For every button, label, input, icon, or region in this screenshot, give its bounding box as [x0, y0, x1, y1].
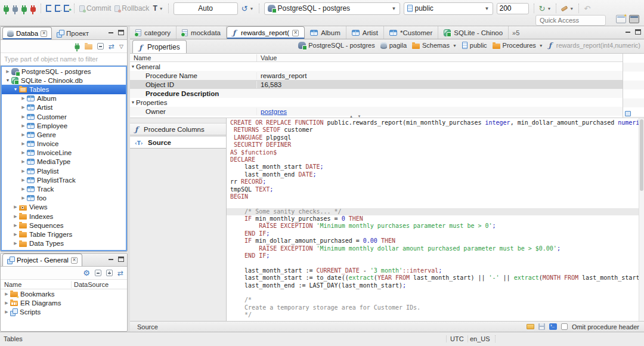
tree-item-views[interactable]: Views	[2, 203, 126, 212]
new-folder-icon[interactable]	[85, 44, 92, 50]
expand-arrow-icon[interactable]	[12, 223, 19, 228]
undo-icon[interactable]: ↶	[584, 5, 590, 13]
rollback-button[interactable]: Rollback	[114, 4, 149, 13]
tab-project-general[interactable]: Project - General	[2, 254, 82, 266]
tree-item-sqlite-chinook-db[interactable]: SQLite - Chinook.db	[2, 76, 126, 85]
tree-item-tables[interactable]: Tables	[2, 85, 126, 94]
tree-item-genre[interactable]: Genre	[2, 130, 126, 139]
connect-icon[interactable]	[13, 7, 18, 12]
reconnect-icon[interactable]	[21, 7, 27, 12]
expand-arrow-icon[interactable]	[20, 187, 27, 191]
chevron-down-icon[interactable]: ▼	[453, 44, 457, 48]
tab-properties[interactable]: Properties	[132, 40, 187, 53]
object-filter-input[interactable]	[1, 53, 127, 65]
close-icon[interactable]	[71, 257, 78, 264]
expand-arrow-icon[interactable]	[20, 132, 27, 137]
expand-arrow-icon[interactable]	[12, 232, 19, 237]
new-connection-icon[interactable]	[75, 45, 79, 49]
view-menu-icon[interactable]: ▽	[119, 44, 123, 50]
project-item-er-diagrams[interactable]: ER Diagrams	[1, 298, 127, 307]
open-perspective-icon[interactable]: ★	[616, 15, 626, 23]
expand-arrow-icon[interactable]	[20, 196, 27, 200]
collapse-arrow-icon[interactable]	[12, 87, 19, 91]
console-icon[interactable]	[549, 323, 557, 330]
connection-select[interactable]: PostgreSQL - postgres ▼	[264, 2, 400, 15]
scrollbar[interactable]	[639, 118, 644, 321]
tree-item-mediatype[interactable]: MediaType	[2, 157, 126, 166]
side-tab-procedure-columns[interactable]: Procedure Columns	[130, 123, 226, 135]
collapse-all-icon[interactable]	[95, 270, 101, 276]
tree-item-customer[interactable]: Customer	[2, 112, 126, 121]
panel-toggle-icon[interactable]	[625, 111, 631, 116]
breadcrumb-item-rewards-report-int4-numeric[interactable]: rewards_report(int4,numeric)	[549, 42, 640, 49]
commit-button[interactable]: Commit	[79, 4, 111, 13]
breadcrumb-item-procedures[interactable]: Procedures▼	[493, 42, 543, 49]
expand-arrow-icon[interactable]	[12, 214, 19, 219]
open-file-icon[interactable]	[527, 324, 534, 329]
transaction-mode-select[interactable]: Auto	[174, 2, 238, 15]
tree-item-artist[interactable]: Artist	[2, 103, 126, 112]
open-sql-script-icon[interactable]: →	[55, 5, 60, 12]
expand-arrow-icon[interactable]	[3, 301, 10, 305]
breadcrumb-item-pagila[interactable]: pagila	[380, 42, 407, 49]
transaction-log-button[interactable]: T ▼	[153, 5, 163, 12]
expand-arrow-icon[interactable]	[3, 292, 10, 296]
property-row-procedure-description[interactable]: Procedure Description	[130, 89, 623, 98]
expand-arrow-icon[interactable]	[12, 205, 19, 209]
expand-arrow-icon[interactable]	[20, 159, 27, 164]
link-editor-icon[interactable]: ⇄	[109, 43, 114, 50]
editor-tab-artist[interactable]: Artist	[346, 26, 384, 39]
quick-access-input[interactable]	[535, 15, 606, 26]
properties-scroll-strip[interactable]	[623, 54, 644, 118]
database-tree[interactable]: PostgreSQL - postgresSQLite - Chinook.db…	[1, 66, 127, 251]
expand-arrow-icon[interactable]	[20, 141, 27, 146]
editor-tab-rewards-report[interactable]: rewards_report(	[227, 26, 305, 39]
owner-link[interactable]: postgres	[261, 108, 287, 115]
erase-button[interactable]: ▼	[561, 7, 574, 11]
gear-icon[interactable]: ⚙	[83, 269, 90, 277]
property-row-procedure-name[interactable]: Procedure Namerewards_report	[130, 71, 623, 80]
editor-tab-category[interactable]: category	[130, 26, 177, 39]
scrollbar-thumb[interactable]	[640, 119, 643, 191]
link-editor-icon[interactable]: ⇄	[117, 270, 123, 277]
schema-select[interactable]: public ▼	[404, 2, 493, 15]
tree-item-track[interactable]: Track	[2, 184, 126, 193]
collapse-arrow-icon[interactable]	[4, 78, 11, 82]
tree-item-data-types[interactable]: Data Types	[2, 239, 126, 248]
maximize-icon[interactable]	[635, 29, 641, 35]
expand-arrow-icon[interactable]	[20, 115, 27, 119]
tree-item-playlist[interactable]: Playlist	[2, 166, 126, 175]
editor-tab-customer[interactable]: *Customer	[384, 26, 438, 39]
disconnect-icon[interactable]	[30, 7, 36, 12]
breadcrumb-item-schemas[interactable]: Schemas▼	[412, 42, 457, 49]
new-sql-editor-icon[interactable]: +	[64, 5, 69, 12]
tree-item-employee[interactable]: Employee	[2, 121, 126, 130]
collapse-all-icon[interactable]	[97, 43, 104, 50]
project-item-bookmarks[interactable]: Bookmarks	[1, 289, 127, 298]
tree-item-postgresql-postgres[interactable]: PostgreSQL - postgres	[2, 67, 126, 76]
chevron-down-icon[interactable]: ▼	[539, 44, 543, 48]
refresh-button[interactable]: ↻ ▼	[539, 5, 552, 13]
expand-arrow-icon[interactable]	[12, 241, 19, 246]
sash-toggle-icon[interactable]	[349, 115, 363, 118]
tree-item-foo[interactable]: foo	[2, 194, 126, 203]
breadcrumb-item-postgresql-postgres[interactable]: PostgreSQL - postgres	[298, 42, 374, 49]
tab-source-bottom[interactable]: Source	[137, 323, 158, 330]
save-icon[interactable]	[538, 323, 545, 330]
tree-item-invoiceline[interactable]: InvoiceLine	[2, 149, 126, 157]
sql-editor-icon[interactable]	[46, 5, 51, 12]
editor-tab-album[interactable]: Album	[305, 26, 346, 39]
expand-arrow-icon[interactable]	[4, 69, 11, 74]
project-item-scripts[interactable]: Scripts	[1, 307, 127, 316]
property-row-properties[interactable]: ▼Properties	[130, 98, 623, 107]
side-tab-source[interactable]: Source	[130, 136, 226, 149]
project-tree[interactable]: BookmarksER DiagramsScripts	[1, 289, 127, 317]
close-icon[interactable]	[292, 30, 299, 36]
breadcrumb-item-public[interactable]: public	[462, 42, 487, 49]
tree-item-playlisttrack[interactable]: PlaylistTrack	[2, 175, 126, 184]
expand-arrow-icon[interactable]	[20, 150, 27, 155]
expand-arrow-icon[interactable]	[20, 178, 27, 183]
tree-item-table-triggers[interactable]: Table Triggers	[2, 230, 126, 239]
editor-tab-sqlite-chinoo[interactable]: SQLite - Chinoo	[438, 26, 509, 39]
minimize-icon[interactable]	[108, 30, 114, 35]
